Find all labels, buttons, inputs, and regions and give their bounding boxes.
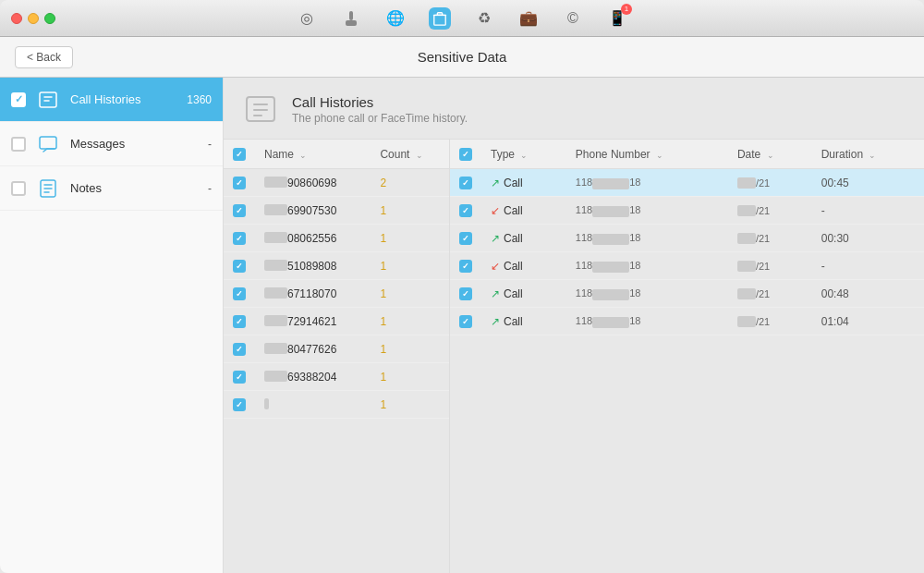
- row-checkbox-left-6[interactable]: [233, 343, 246, 356]
- broom-icon[interactable]: [340, 7, 362, 30]
- left-row-check-6[interactable]: [224, 335, 255, 363]
- left-col-name[interactable]: Name ⌄: [255, 140, 371, 169]
- right-table: Type ⌄ Phone Number ⌄ Date ⌄ Duration ⌄: [450, 140, 924, 573]
- left-table-body: 90860698 2 69907530 1 08062556 1: [224, 169, 449, 419]
- row-checkbox-right-0[interactable]: [459, 177, 472, 189]
- right-col-duration[interactable]: Duration ⌄: [812, 140, 924, 169]
- row-checkbox-right-2[interactable]: [459, 232, 472, 245]
- row-checkbox-left-5[interactable]: [233, 315, 246, 328]
- left-row-count-4: 1: [371, 280, 449, 308]
- maximize-button[interactable]: [44, 13, 55, 24]
- right-col-check[interactable]: [450, 140, 481, 169]
- row-checkbox-right-4[interactable]: [459, 287, 472, 300]
- left-row-check-3[interactable]: [224, 252, 255, 280]
- left-table-row[interactable]: 51089808 1: [224, 252, 449, 280]
- row-checkbox-left-7[interactable]: [233, 371, 246, 384]
- info-subtitle: The phone call or FaceTime history.: [292, 112, 468, 125]
- recycle-icon[interactable]: ♻: [473, 7, 495, 30]
- left-row-check-8[interactable]: [224, 391, 255, 419]
- svg-rect-4: [40, 92, 56, 107]
- left-row-check-5[interactable]: [224, 308, 255, 335]
- right-table-row[interactable]: ↙Call 118 18 /21 -: [450, 252, 924, 280]
- left-table-row[interactable]: 67118070 1: [224, 280, 449, 308]
- briefcase-icon[interactable]: 💼: [517, 7, 540, 30]
- left-table-row[interactable]: 69907530 1: [224, 197, 449, 225]
- left-col-count[interactable]: Count ⌄: [371, 140, 449, 169]
- left-table-row[interactable]: 90860698 2: [224, 169, 449, 197]
- sidebar-item-call-histories[interactable]: Call Histories 1360: [0, 78, 223, 122]
- left-row-check-0[interactable]: [224, 169, 255, 197]
- back-button[interactable]: < Back: [15, 46, 73, 68]
- right-row-type-0: ↗Call: [481, 169, 566, 197]
- left-col-check[interactable]: [224, 140, 255, 169]
- titlebar: ◎ 🌐 ♻ 💼 © 📱 1: [0, 0, 924, 37]
- toolbar-icons: ◎ 🌐 ♻ 💼 © 📱 1: [296, 7, 628, 30]
- left-table-row[interactable]: 08062556 1: [224, 225, 449, 252]
- right-col-type[interactable]: Type ⌄: [481, 140, 566, 169]
- select-all-left[interactable]: [233, 148, 246, 161]
- sidebar-check-messages[interactable]: [11, 137, 26, 152]
- left-row-check-7[interactable]: [224, 363, 255, 391]
- right-row-phone-5: 118 18: [566, 308, 728, 335]
- right-row-duration-5: 01:04: [812, 308, 924, 335]
- right-row-check-1[interactable]: [450, 197, 481, 225]
- right-row-duration-4: 00:48: [812, 280, 924, 308]
- sidebar-count-call-histories: 1360: [187, 93, 212, 106]
- left-row-check-2[interactable]: [224, 225, 255, 252]
- row-checkbox-left-3[interactable]: [233, 260, 246, 273]
- row-checkbox-right-1[interactable]: [459, 204, 472, 217]
- svg-rect-2: [434, 15, 445, 25]
- left-table-row[interactable]: 72914621 1: [224, 308, 449, 335]
- row-checkbox-left-1[interactable]: [233, 204, 246, 217]
- close-button[interactable]: [11, 13, 22, 24]
- left-row-name-2: 08062556: [255, 225, 371, 252]
- left-row-count-6: 1: [371, 335, 449, 363]
- row-checkbox-left-8[interactable]: [233, 398, 246, 411]
- left-table-row[interactable]: 80477626 1: [224, 335, 449, 363]
- right-col-phone[interactable]: Phone Number ⌄: [566, 140, 728, 169]
- right-row-check-3[interactable]: [450, 252, 481, 280]
- right-row-check-4[interactable]: [450, 280, 481, 308]
- svg-rect-0: [349, 11, 353, 20]
- target-icon[interactable]: ◎: [296, 7, 318, 30]
- content-area: Call Histories 1360 Messages -: [0, 78, 924, 573]
- left-row-check-4[interactable]: [224, 280, 255, 308]
- select-all-right[interactable]: [459, 148, 472, 161]
- sidebar-item-notes[interactable]: Notes -: [0, 166, 223, 211]
- right-row-check-0[interactable]: [450, 169, 481, 197]
- svg-rect-1: [346, 20, 357, 26]
- right-row-phone-0: 118 18: [566, 169, 728, 197]
- right-table-row[interactable]: ↗Call 118 18 /21 00:30: [450, 225, 924, 252]
- sidebar-check-call-histories[interactable]: [11, 92, 26, 107]
- right-table-row[interactable]: ↗Call 118 18 /21 01:04: [450, 308, 924, 335]
- left-row-name-0: 90860698: [255, 169, 371, 197]
- right-row-date-3: /21: [728, 252, 812, 280]
- left-table-row[interactable]: 69388204 1: [224, 363, 449, 391]
- sidebar-check-notes[interactable]: [11, 181, 26, 196]
- right-row-check-2[interactable]: [450, 225, 481, 252]
- copyright-icon[interactable]: ©: [562, 7, 584, 30]
- right-col-date[interactable]: Date ⌄: [728, 140, 812, 169]
- left-row-count-1: 1: [371, 197, 449, 225]
- right-table-row[interactable]: ↙Call 118 18 /21 -: [450, 197, 924, 225]
- type-sort-icon: ⌄: [520, 151, 528, 160]
- left-table-row[interactable]: 1: [224, 391, 449, 419]
- left-row-count-3: 1: [371, 252, 449, 280]
- trash-icon[interactable]: [429, 7, 451, 30]
- right-row-duration-0: 00:45: [812, 169, 924, 197]
- phone-icon[interactable]: 📱 1: [606, 7, 628, 30]
- row-checkbox-left-4[interactable]: [233, 287, 246, 300]
- globe-icon[interactable]: 🌐: [384, 7, 407, 30]
- row-checkbox-right-3[interactable]: [459, 260, 472, 273]
- row-checkbox-left-2[interactable]: [233, 232, 246, 245]
- minimize-button[interactable]: [28, 13, 39, 24]
- row-checkbox-right-5[interactable]: [459, 315, 472, 328]
- sidebar-item-messages[interactable]: Messages -: [0, 122, 223, 166]
- right-table-row[interactable]: ↗Call 118 18 /21 00:45: [450, 169, 924, 197]
- left-row-check-1[interactable]: [224, 197, 255, 225]
- right-table-row[interactable]: ↗Call 118 18 /21 00:48: [450, 280, 924, 308]
- row-checkbox-left-0[interactable]: [233, 177, 246, 189]
- left-row-name-3: 51089808: [255, 252, 371, 280]
- left-row-count-5: 1: [371, 308, 449, 335]
- right-row-check-5[interactable]: [450, 308, 481, 335]
